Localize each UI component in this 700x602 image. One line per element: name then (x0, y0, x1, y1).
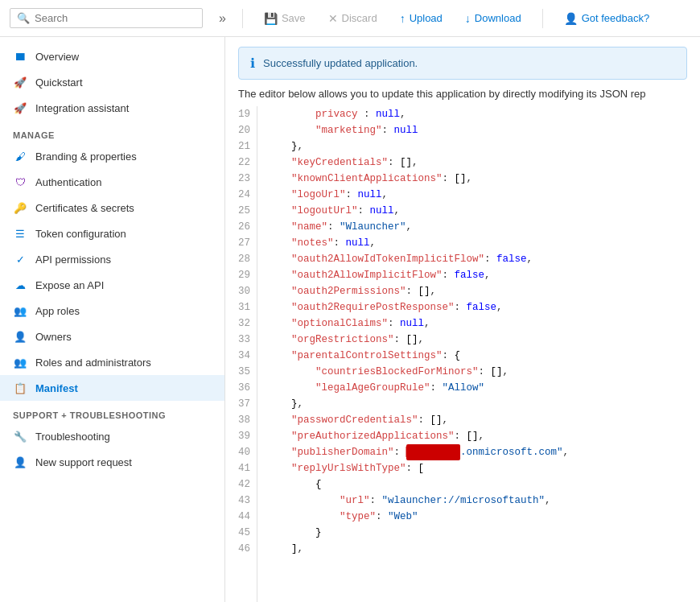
sidebar-item-branding[interactable]: 🖌 Branding & properties (0, 143, 224, 169)
ln-34: 34 (232, 348, 250, 364)
sidebar-item-quickstart[interactable]: 🚀 Quickstart (0, 69, 224, 95)
toolbar-divider2 (542, 9, 543, 28)
ln-26: 26 (232, 219, 250, 235)
sidebar-item-authentication[interactable]: 🛡 Authentication (0, 169, 224, 195)
search-input[interactable] (35, 12, 196, 24)
sidebar-item-expose[interactable]: ☁ Expose an API (0, 272, 224, 298)
sidebar-item-token[interactable]: ☰ Token configuration (0, 221, 224, 246)
sidebar-item-label: Owners (35, 331, 72, 343)
support-section-header: Support + Troubleshooting (0, 401, 224, 423)
manifest-icon: 📋 (13, 381, 27, 395)
code-line-21: }, (267, 138, 690, 155)
code-line-37: }, (267, 396, 690, 412)
sidebar-item-support[interactable]: 👤 New support request (0, 449, 224, 475)
bars-icon: ☰ (13, 226, 27, 241)
ln-41: 41 (232, 460, 250, 476)
collapse-button[interactable]: » (219, 11, 226, 26)
main-layout: ⯀ Overview 🚀 Quickstart 🚀 Integration as… (0, 37, 700, 602)
upload-icon: ↑ (400, 12, 406, 25)
download-label: Download (475, 12, 521, 24)
sidebar-item-api[interactable]: ✓ API permissions (0, 246, 224, 272)
ln-21: 21 (232, 138, 250, 155)
editor-area[interactable]: 19 20 21 22 23 24 25 26 27 28 29 30 31 3… (225, 106, 700, 602)
person2-icon: 👤 (13, 455, 27, 469)
sidebar-item-integration[interactable]: 🚀 Integration assistant (0, 95, 224, 121)
save-label: Save (282, 12, 306, 24)
sidebar-item-label: Authentication (35, 176, 101, 188)
sidebar-item-label: Troubleshooting (35, 431, 110, 443)
code-line-31: "oauth2RequirePostResponse": false, (267, 299, 690, 315)
code-line-38: "passwordCredentials": [], (267, 412, 690, 428)
code-line-32: "optionalClaims": null, (267, 315, 690, 332)
save-button[interactable]: 💾 Save (259, 9, 311, 28)
brush-icon: 🖌 (13, 149, 27, 163)
sidebar-item-manifest[interactable]: 📋 Manifest (0, 375, 224, 401)
code-line-23: "knownClientApplications": [], (267, 171, 690, 187)
line-numbers: 19 20 21 22 23 24 25 26 27 28 29 30 31 3… (225, 106, 257, 602)
description-text: The editor below allows you to update th… (238, 88, 687, 100)
sidebar-item-owners[interactable]: 👤 Owners (0, 324, 224, 349)
code-editor[interactable]: privacy : null, "marketing": null }, "ke… (257, 106, 700, 602)
ln-33: 33 (232, 332, 250, 348)
code-line-28: "oauth2AllowIdTokenImplicitFlow": false, (267, 251, 690, 267)
discard-button[interactable]: ✕ Discard (323, 9, 382, 28)
people2-icon: 👥 (13, 355, 27, 369)
ln-22: 22 (232, 155, 250, 171)
code-line-34: "parentalControlSettings": { (267, 348, 690, 364)
upload-button[interactable]: ↑ Upload (395, 9, 447, 28)
cloud-icon: ☁ (13, 278, 27, 292)
ln-19: 19 (232, 106, 250, 122)
download-icon: ↓ (465, 12, 471, 25)
upload-label: Upload (410, 12, 443, 24)
toolbar: 🔍 » 💾 Save ✕ Discard ↑ Upload ↓ Download… (0, 0, 700, 37)
sidebar-item-label: Token configuration (35, 228, 126, 240)
sidebar-item-certificates[interactable]: 🔑 Certificates & secrets (0, 195, 224, 221)
feedback-icon: 👤 (564, 12, 578, 25)
sidebar-item-label: Expose an API (35, 279, 104, 291)
ln-20: 20 (232, 122, 250, 138)
code-line-22: "keyCredentials": [], (267, 155, 690, 171)
ln-42: 42 (232, 476, 250, 493)
download-button[interactable]: ↓ Download (460, 9, 526, 28)
code-line-24: "logoUrl": null, (267, 187, 690, 203)
ln-35: 35 (232, 364, 250, 380)
code-line-46: ], (267, 541, 690, 557)
ln-23: 23 (232, 171, 250, 187)
ln-44: 44 (232, 509, 250, 525)
code-line-40: "publisherDomain": █████████.onmicrosoft… (267, 444, 690, 460)
ln-37: 37 (232, 396, 250, 412)
person-icon: 👤 (13, 329, 27, 344)
sidebar-item-label: Roles and administrators (35, 357, 151, 369)
code-line-19: privacy : null, (267, 106, 690, 122)
search-icon: 🔍 (17, 12, 30, 24)
api-icon: ✓ (13, 252, 27, 266)
code-line-25: "logoutUrl": null, (267, 203, 690, 219)
shield-icon: 🛡 (13, 175, 27, 189)
toolbar-divider (242, 9, 243, 28)
code-line-30: "oauth2Permissions": [], (267, 283, 690, 299)
sidebar-item-label: Overview (35, 51, 79, 63)
code-line-35: "countriesBlockedForMinors": [], (267, 364, 690, 380)
discard-label: Discard (342, 12, 377, 24)
manage-section-header: Manage (0, 121, 224, 143)
ln-43: 43 (232, 493, 250, 509)
sidebar: ⯀ Overview 🚀 Quickstart 🚀 Integration as… (0, 37, 225, 602)
sidebar-item-approles[interactable]: 👥 App roles (0, 298, 224, 324)
ln-32: 32 (232, 315, 250, 332)
search-box[interactable]: 🔍 (10, 8, 203, 28)
ln-40: 40 (232, 444, 250, 460)
sidebar-item-label: New support request (35, 456, 132, 468)
sidebar-item-label: Integration assistant (35, 102, 129, 114)
sidebar-item-troubleshooting[interactable]: 🔧 Troubleshooting (0, 423, 224, 449)
sidebar-item-label: API permissions (35, 254, 111, 266)
sidebar-item-roles[interactable]: 👥 Roles and administrators (0, 349, 224, 375)
code-line-27: "notes": null, (267, 235, 690, 251)
code-line-42: { (267, 476, 690, 493)
ln-45: 45 (232, 525, 250, 541)
ln-25: 25 (232, 203, 250, 219)
wrench-icon: 🔧 (13, 429, 27, 443)
feedback-button[interactable]: 👤 Got feedback? (559, 9, 655, 28)
feedback-label: Got feedback? (582, 12, 650, 24)
ln-28: 28 (232, 251, 250, 267)
sidebar-item-overview[interactable]: ⯀ Overview (0, 43, 224, 69)
